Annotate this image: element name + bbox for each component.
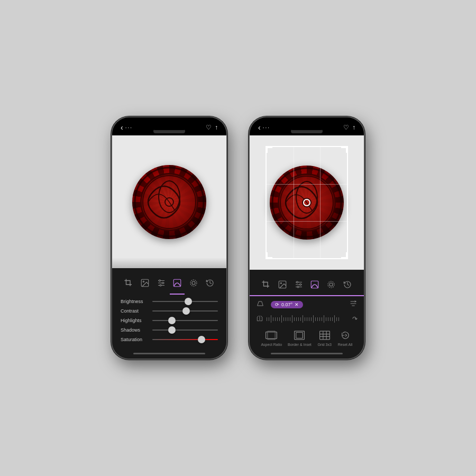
chip-value: 0.07°	[281, 302, 292, 307]
svg-rect-32	[319, 331, 329, 340]
contrast-track[interactable]	[152, 310, 218, 312]
grid-h2	[267, 221, 347, 222]
rotate-icon[interactable]: ↷	[352, 315, 358, 323]
photo-shadow	[112, 258, 226, 268]
toolbar-crop-icon[interactable]	[121, 276, 136, 290]
reset-all-label: Reset All	[338, 343, 353, 346]
flip-h-icon[interactable]	[256, 315, 263, 323]
saturation-label: Saturation	[121, 337, 148, 342]
notch-right	[286, 118, 328, 130]
toolbar-right	[250, 274, 364, 296]
border-inset-icon	[292, 329, 307, 341]
grid-h1	[267, 184, 347, 185]
contrast-label: Contrast	[121, 308, 148, 314]
crop-flip-icon[interactable]	[349, 299, 358, 309]
back-button[interactable]: ‹	[121, 123, 123, 132]
left-phone: ‹ ··· ♡ ↑	[111, 116, 227, 360]
brightness-thumb[interactable]	[185, 298, 192, 305]
saturation-row: Saturation	[121, 337, 218, 342]
menu-dots-right[interactable]: ···	[263, 125, 270, 131]
toolbar-curve-icon[interactable]	[170, 276, 185, 290]
svg-rect-29	[268, 331, 275, 340]
bottom-tools: Aspect Ratio Border & Inset	[256, 327, 358, 349]
chip-close-button[interactable]: ✕	[295, 302, 299, 307]
crop-center-dot	[303, 199, 310, 206]
shadows-track[interactable]	[152, 329, 218, 331]
back-button-right[interactable]: ‹	[258, 123, 261, 132]
grid-v1	[294, 147, 294, 258]
toolbar-photo-icon[interactable]	[138, 276, 152, 290]
toolbar-effects-icon[interactable]	[186, 276, 201, 290]
svg-point-27	[328, 281, 334, 288]
phones-container: ‹ ··· ♡ ↑	[111, 116, 365, 360]
svg-point-4	[143, 281, 144, 282]
status-right: ♡ ↑	[206, 124, 218, 131]
aspect-ratio-label: Aspect Ratio	[261, 343, 282, 346]
right-phone-inner: ‹ ··· ♡ ↑	[250, 117, 364, 359]
plate-art	[132, 165, 206, 239]
svg-point-8	[159, 280, 160, 281]
toolbar-adjust-icon-right[interactable]	[291, 277, 306, 292]
shadows-row: Shadows	[121, 327, 218, 333]
contrast-row: Contrast	[121, 308, 218, 314]
heart-icon[interactable]: ♡	[206, 124, 212, 131]
highlights-label: Highlights	[121, 318, 148, 323]
saturation-thumb[interactable]	[198, 336, 205, 343]
grid-v2	[320, 147, 321, 258]
notch	[148, 118, 190, 130]
crop-toolbar: ⟳ 0.07° ✕	[250, 296, 364, 351]
contrast-thumb[interactable]	[182, 307, 190, 315]
toolbar-history-icon-right[interactable]	[340, 277, 355, 292]
highlights-thumb[interactable]	[168, 317, 176, 324]
left-phone-inner: ‹ ··· ♡ ↑	[112, 117, 226, 359]
toolbar-photo-icon-right[interactable]	[275, 277, 290, 292]
sliders-panel: Brightness Contrast Highligh	[112, 295, 226, 351]
share-icon-right[interactable]: ↑	[352, 124, 355, 131]
svg-rect-31	[296, 333, 303, 338]
reset-all-tool[interactable]: Reset All	[338, 329, 353, 346]
plate-image	[132, 165, 206, 239]
degree-ruler[interactable]	[267, 314, 349, 324]
home-bar-right	[271, 353, 343, 354]
shadows-label: Shadows	[121, 327, 148, 333]
highlights-row: Highlights	[121, 318, 218, 323]
toolbar-history-icon[interactable]	[203, 276, 217, 290]
svg-point-23	[299, 284, 301, 286]
heart-icon-right[interactable]: ♡	[343, 124, 349, 131]
share-icon[interactable]: ↑	[215, 124, 218, 131]
crop-top-row: ⟳ 0.07° ✕	[256, 298, 358, 310]
svg-point-18	[280, 282, 281, 283]
crop-value-chip[interactable]: ⟳ 0.07° ✕	[271, 301, 303, 308]
toolbar-effects-icon-right[interactable]	[324, 277, 338, 292]
right-phone: ‹ ··· ♡ ↑	[249, 116, 365, 360]
toolbar-crop-icon-right[interactable]	[259, 277, 273, 292]
home-bar-left	[133, 353, 205, 354]
perspective-icon[interactable]	[256, 299, 264, 309]
status-right-left: ‹ ···	[258, 123, 270, 132]
menu-dots[interactable]: ···	[125, 125, 133, 131]
brightness-track[interactable]	[152, 301, 218, 302]
aspect-ratio-icon	[264, 329, 279, 341]
toolbar-curve-icon-right[interactable]	[307, 277, 322, 292]
grid-icon	[317, 329, 332, 341]
svg-point-22	[296, 281, 298, 283]
grid-tool[interactable]: Grid 3x3	[317, 329, 332, 346]
border-inset-label: Border & Inset	[288, 343, 312, 346]
toolbar-left	[112, 272, 226, 295]
svg-point-9	[162, 282, 163, 284]
photo-area-right	[250, 135, 364, 270]
aspect-ratio-tool[interactable]: Aspect Ratio	[261, 329, 282, 346]
ruler-lines	[267, 314, 349, 324]
svg-point-10	[160, 285, 161, 286]
svg-point-24	[297, 286, 299, 288]
svg-point-26	[329, 283, 333, 286]
reset-all-icon	[338, 329, 353, 341]
controls-area-right: ⟳ 0.07° ✕	[250, 270, 364, 359]
highlights-track[interactable]	[152, 320, 218, 321]
status-right-icons: ♡ ↑	[343, 124, 355, 131]
chip-rotate-icon: ⟳	[275, 302, 279, 307]
shadows-thumb[interactable]	[168, 326, 176, 334]
toolbar-adjust-icon[interactable]	[154, 276, 169, 290]
saturation-track[interactable]	[152, 339, 218, 340]
border-inset-tool[interactable]: Border & Inset	[288, 329, 312, 346]
